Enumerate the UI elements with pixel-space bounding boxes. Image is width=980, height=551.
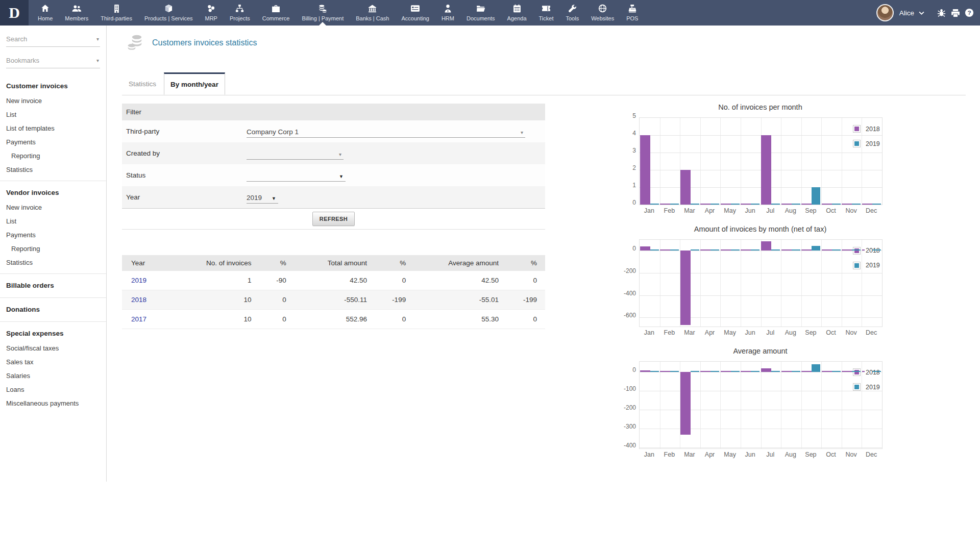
y-axis-tick-label: -300 — [612, 423, 636, 430]
sidebar-item-vendor-invoices-reporting[interactable]: Reporting — [0, 242, 106, 256]
y-axis-tick-label: -100 — [612, 385, 636, 392]
app-logo[interactable]: D — [0, 0, 29, 26]
sidebar-item-special-expenses-miscellaneous-payments[interactable]: Miscellaneous payments — [0, 396, 106, 410]
bug-icon[interactable] — [937, 8, 946, 17]
bar-2018-Dec — [862, 204, 872, 205]
table-row-2019: 20191-9042.50042.500 — [122, 271, 545, 290]
sidebar-section-customer-invoices[interactable]: Customer invoices — [0, 78, 106, 94]
bar-2018-Apr — [700, 371, 710, 372]
legend-label: 2018 — [865, 369, 881, 376]
chart-average-amount: Average amount0-100-200-300-40020182019J… — [612, 345, 888, 467]
accounting-icon — [410, 4, 420, 13]
nav-item-accounting[interactable]: Accounting — [395, 0, 435, 26]
sidebar-item-vendor-invoices-new-invoice[interactable]: New invoice — [0, 201, 106, 214]
sidebar-search: ▾ — [6, 33, 100, 47]
bar-2018-Mar — [680, 251, 691, 325]
nav-item-projects[interactable]: Projects — [224, 0, 256, 26]
bookmarks-input[interactable] — [6, 54, 88, 66]
sidebar-item-vendor-invoices-payments[interactable]: Payments — [0, 228, 106, 242]
legend-item-2019: 2019 — [853, 140, 881, 147]
tab-statistics[interactable]: Statistics — [122, 72, 163, 95]
sidebar-item-special-expenses-salaries[interactable]: Salaries — [0, 369, 106, 383]
user-avatar[interactable] — [876, 4, 894, 21]
nav-item-members[interactable]: Members — [59, 0, 94, 26]
sidebar-item-special-expenses-loans[interactable]: Loans — [0, 383, 106, 396]
column-header-pct: % — [375, 255, 414, 271]
nav-item-label: Commerce — [262, 15, 290, 21]
legend-label: 2019 — [865, 262, 881, 269]
sidebar-section-vendor-invoices[interactable]: Vendor invoices — [0, 184, 106, 201]
user-name[interactable]: Alice — [899, 9, 914, 17]
documents-icon — [476, 4, 485, 13]
sidebar-item-customer-invoices-list-of-templates[interactable]: List of templates — [0, 121, 106, 135]
nav-item-label: Websites — [591, 15, 614, 21]
table-cell: 0 — [507, 271, 545, 290]
sidebar-section-donations[interactable]: Donations — [0, 301, 106, 317]
nav-item-billing-payment[interactable]: Billing | Payment — [296, 0, 350, 26]
sidebar-item-customer-invoices-list[interactable]: List — [0, 108, 106, 121]
nav-item-ticket[interactable]: Ticket — [533, 0, 560, 26]
bar-2019-Aug — [792, 371, 800, 372]
nav-item-agenda[interactable]: Agenda — [501, 0, 533, 26]
help-icon[interactable]: ? — [965, 8, 974, 17]
table-cell: 55.30 — [414, 310, 507, 329]
sidebar-item-customer-invoices-payments[interactable]: Payments — [0, 135, 106, 149]
chevron-down-icon[interactable]: ▾ — [96, 58, 99, 63]
nav-item-label: HRM — [442, 15, 454, 21]
nav-item-hrm[interactable]: HRM — [435, 0, 460, 26]
y-axis-tick-label: 1 — [612, 182, 636, 189]
sidebar-item-vendor-invoices-list[interactable]: List — [0, 214, 106, 228]
sidebar-item-special-expenses-social-fiscal-taxes[interactable]: Social/fiscal taxes — [0, 341, 106, 355]
x-axis-tick-label: Jun — [740, 451, 761, 458]
sidebar-section-special-expenses[interactable]: Special expenses — [0, 325, 106, 341]
table-cell: 0 — [375, 310, 414, 329]
websites-icon — [598, 4, 607, 13]
topbar-right-cluster: Alice ? — [876, 0, 974, 26]
y-axis-tick-label: 0 — [612, 199, 636, 206]
nav-item-documents[interactable]: Documents — [460, 0, 501, 26]
created-by-select[interactable]: ▾ — [247, 147, 344, 160]
refresh-button[interactable]: REFRESH — [312, 212, 355, 226]
gridline — [842, 240, 842, 327]
app-window: D HomeMembersThird-partiesProducts | Ser… — [0, 0, 980, 551]
nav-item-websites[interactable]: Websites — [585, 0, 620, 26]
gridline — [640, 429, 882, 429]
bar-2019-Nov — [852, 249, 861, 251]
nav-item-label: Documents — [467, 15, 495, 21]
nav-item-pos[interactable]: POS — [620, 0, 644, 26]
nav-item-commerce[interactable]: Commerce — [256, 0, 296, 26]
bar-2019-Oct — [832, 371, 841, 372]
third-party-select[interactable]: Company Corp 1 ▾ — [247, 125, 525, 138]
nav-item-label: Products | Services — [144, 15, 193, 21]
sidebar-item-vendor-invoices-statistics[interactable]: Statistics — [0, 256, 106, 269]
bar-2018-Mar — [680, 372, 691, 435]
bar-2019-Oct — [832, 249, 841, 251]
bar-2019-Sep — [812, 246, 820, 251]
sidebar-item-special-expenses-sales-tax[interactable]: Sales tax — [0, 355, 106, 369]
x-axis-tick-label: Jan — [639, 451, 659, 458]
sidebar-item-customer-invoices-statistics[interactable]: Statistics — [0, 163, 106, 177]
sidebar-section-billable-orders[interactable]: Billable orders — [0, 277, 106, 293]
nav-item-banks-cash[interactable]: Banks | Cash — [350, 0, 395, 26]
nav-item-tools[interactable]: Tools — [559, 0, 585, 26]
tab-by-month-year[interactable]: By month/year — [164, 72, 225, 95]
sidebar-item-customer-invoices-reporting[interactable]: Reporting — [0, 149, 106, 163]
nav-item-products-services[interactable]: Products | Services — [138, 0, 199, 26]
print-icon[interactable] — [951, 9, 960, 17]
nav-item-mrp[interactable]: MRP — [199, 0, 224, 26]
nav-item-home[interactable]: Home — [32, 0, 59, 26]
year-select[interactable]: 2019 ▼ — [247, 191, 278, 204]
chevron-down-icon[interactable] — [919, 11, 924, 15]
nav-item-third-parties[interactable]: Third-parties — [94, 0, 138, 26]
year-link[interactable]: 2018 — [131, 296, 146, 304]
x-axis-tick-label: Nov — [841, 451, 862, 458]
year-link[interactable]: 2017 — [131, 315, 146, 323]
sidebar-item-customer-invoices-new-invoice[interactable]: New invoice — [0, 94, 106, 108]
bar-2018-Jan — [640, 135, 650, 205]
bar-2018-Jun — [741, 371, 751, 372]
gridline — [842, 118, 842, 205]
year-link[interactable]: 2019 — [131, 277, 146, 284]
chevron-down-icon[interactable]: ▾ — [96, 36, 99, 42]
search-input[interactable] — [6, 33, 88, 44]
status-select[interactable]: ▼ — [247, 169, 346, 182]
